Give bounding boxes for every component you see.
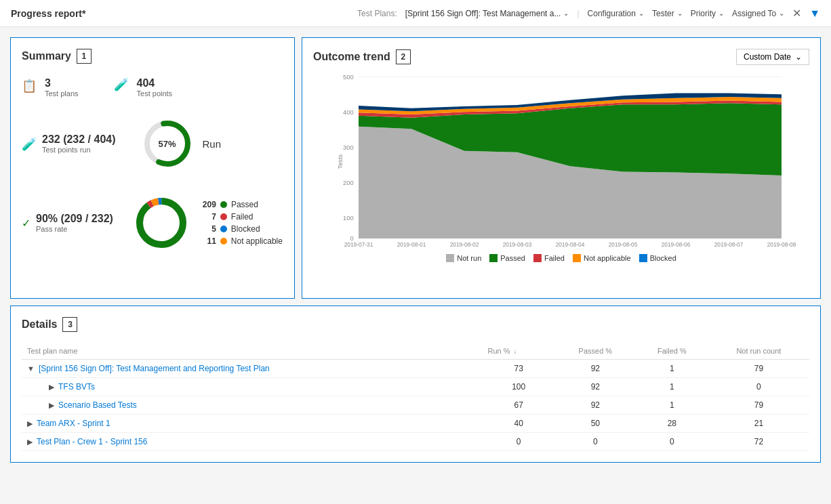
child-row-passed: 92 [555, 378, 636, 396]
tester-filter[interactable]: Tester ⌄ [652, 9, 683, 18]
test-plans-filter[interactable]: [Sprint 156 Sign Off]: Test Management a… [405, 9, 569, 18]
row-name[interactable]: Test Plan - Crew 1 - Sprint 156 [37, 437, 147, 446]
row-passed: 92 [555, 360, 636, 378]
svg-text:300: 300 [343, 144, 353, 151]
test-points-run-label: Test points run [42, 146, 116, 154]
legend-not-run: Not run [446, 254, 481, 262]
legend-failed: 7 Failed [203, 212, 283, 222]
expand-icon[interactable]: ▶ [49, 401, 54, 410]
configuration-filter[interactable]: Configuration ⌄ [588, 9, 644, 18]
expand-icon[interactable]: ▶ [27, 438, 33, 446]
test-plans-icon: 📋 [22, 79, 37, 93]
svg-text:2019-08-07: 2019-08-07 [714, 241, 744, 247]
pass-rate-value: 90% (209 / 232) [36, 213, 113, 225]
child-row-name[interactable]: TFS BVTs [58, 382, 95, 392]
svg-point-3 [140, 201, 183, 245]
outcome-trend-panel: Outcome trend 2 Custom Date ⌄ 500 400 30… [302, 37, 821, 299]
test-points-icon: 🧪 [114, 78, 129, 91]
row-name[interactable]: Team ARX - Sprint 1 [37, 419, 110, 428]
blocked-box [639, 254, 647, 262]
separator: | [577, 9, 579, 18]
row-not-run: 72 [708, 433, 809, 451]
legend-not-applicable: 11 Not applicable [203, 236, 283, 246]
passed-box [489, 254, 498, 262]
sort-icon: ↓ [514, 348, 517, 355]
app-title: Progress report* [11, 8, 85, 19]
svg-text:2019-08-08: 2019-08-08 [767, 241, 796, 247]
chevron-down-icon: ⌄ [639, 9, 644, 17]
details-number: 3 [62, 317, 77, 332]
summary-content: 📋 3 Test plans 🧪 404 Test points 🧪 [22, 75, 283, 259]
child-row-name[interactable]: Scenario Based Tests [58, 400, 137, 410]
test-points-run-value: 232 (232 / 404) [42, 133, 116, 146]
table-row: ▼ [Sprint 156 Sign Off]: Test Management… [22, 360, 809, 378]
chart-legend: Not run Passed Failed Not applicable Blo… [313, 254, 809, 262]
assigned-to-filter[interactable]: Assigned To ⌄ [732, 9, 784, 18]
child-row-name-cell: ▶ Scenario Based Tests [22, 396, 482, 415]
svg-text:200: 200 [343, 180, 353, 186]
test-plans-stat: 📋 3 Test plans 🧪 404 Test points [22, 75, 283, 100]
svg-text:Tests: Tests [337, 154, 344, 169]
failed-label: Failed [231, 212, 254, 222]
outcome-header: Outcome trend 2 Custom Date ⌄ [313, 49, 809, 65]
test-points-run-row: 🧪 232 (232 / 404) Test points run [22, 111, 283, 176]
close-button[interactable]: ✕ [792, 7, 801, 20]
col-failed-percent: Failed % [636, 343, 708, 360]
row-failed: 28 [636, 415, 708, 433]
blocked-legend-label: Blocked [650, 254, 676, 262]
priority-filter[interactable]: Priority ⌄ [691, 9, 724, 18]
chevron-down-icon: ⌄ [779, 9, 784, 17]
not-applicable-box [573, 254, 581, 262]
filter-bar: Test Plans: [Sprint 156 Sign Off]: Test … [357, 7, 820, 20]
not-run-legend-label: Not run [457, 254, 481, 262]
col-not-run-count: Not run count [708, 343, 809, 360]
test-points-run-icon: 🧪 [22, 137, 37, 152]
passed-dot [220, 201, 227, 208]
row-failed: 0 [636, 433, 708, 451]
expand-icon[interactable]: ▶ [49, 383, 54, 392]
row-passed: 0 [555, 433, 636, 451]
child-row-run: 67 [482, 396, 554, 415]
blocked-dot [220, 226, 227, 232]
child-row-run: 100 [482, 378, 554, 396]
row-passed: 50 [555, 415, 636, 433]
legend-blocked-chart: Blocked [639, 254, 676, 262]
top-bar: Progress report* Test Plans: [Sprint 156… [0, 0, 831, 27]
pass-rate-legend: 209 Passed 7 Failed 5 Blocked [203, 200, 283, 246]
funnel-icon: ▼ [809, 7, 820, 20]
svg-text:2019-08-06: 2019-08-06 [662, 241, 691, 247]
table-row: ▶ TFS BVTs 100 92 1 0 [22, 378, 809, 396]
legend-not-applicable-chart: Not applicable [573, 254, 631, 262]
row-not-run: 79 [708, 360, 809, 378]
outcome-title-group: Outcome trend 2 [313, 49, 411, 64]
table-header-row: Test plan name Run % ↓ Passed % Failed % [22, 343, 809, 360]
pass-rate-label: Pass rate [36, 225, 113, 233]
run-donut: 57% [140, 117, 195, 171]
col-run-percent[interactable]: Run % ↓ [482, 343, 554, 360]
passed-label: Passed [231, 200, 258, 209]
row-name[interactable]: [Sprint 156 Sign Off]: Test Management a… [39, 364, 270, 373]
row-run: 40 [482, 415, 554, 433]
child-row-failed: 1 [636, 396, 708, 415]
svg-text:2019-07-31: 2019-07-31 [344, 241, 373, 247]
checkmark-icon: ✓ [22, 217, 31, 230]
col-passed-percent: Passed % [555, 343, 636, 360]
chevron-down-icon: ⌄ [677, 9, 683, 17]
svg-text:2019-08-04: 2019-08-04 [556, 241, 585, 247]
details-panel: Details 3 Test plan name Run % ↓ P [10, 306, 821, 463]
row-name-cell: ▶ Team ARX - Sprint 1 [22, 415, 482, 433]
test-points-label: Test points [137, 89, 173, 98]
summary-header: Summary 1 [22, 49, 283, 64]
test-points-value: 404 [137, 77, 173, 89]
test-plans-value: 3 [45, 77, 79, 89]
test-plans-label: Test Plans: [357, 9, 397, 18]
expand-icon[interactable]: ▼ [27, 364, 35, 373]
outcome-trend-number: 2 [396, 49, 411, 64]
run-percent-label: 57% [159, 139, 176, 149]
custom-date-button[interactable]: Custom Date ⌄ [736, 49, 809, 65]
chevron-down-icon: ⌄ [563, 9, 569, 17]
expand-icon[interactable]: ▶ [27, 419, 33, 428]
table-row: ▶ Scenario Based Tests 67 92 1 79 [22, 396, 809, 415]
child-row-failed: 1 [636, 378, 708, 396]
run-text: Run [203, 138, 222, 150]
